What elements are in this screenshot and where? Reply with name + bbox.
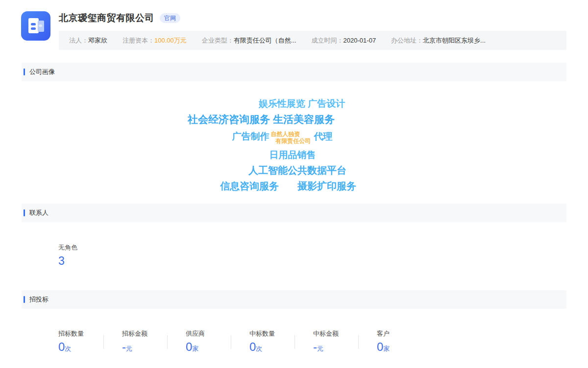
stat-bid-count: 招标数量 0次 bbox=[58, 329, 103, 353]
section-company-profile: 公司画像 娱乐性展览 广告设计 社会经济咨询服务 生活美容服务 广告制作自然人独… bbox=[22, 63, 566, 191]
info-founded-date: 成立时间：2020-01-07 bbox=[312, 36, 376, 45]
stat-bid-amount: 招标金额 -元 bbox=[122, 329, 167, 353]
contact-role-label: 无角色 bbox=[58, 243, 566, 252]
cloud-tag: 代理 bbox=[314, 131, 333, 141]
cloud-tag: 摄影扩印服务 bbox=[297, 181, 356, 191]
word-cloud-line: 社会经济咨询服务 生活美容服务 bbox=[0, 114, 534, 124]
cloud-tag-small-group: 自然人独资有限责任公司 bbox=[271, 131, 311, 145]
cloud-tag: 日用品销售 bbox=[270, 150, 316, 160]
company-info-bar: 法人：邓家欣 注册资本：100.00万元 企业类型：有限责任公司（自然... 成… bbox=[59, 31, 566, 50]
word-cloud-line: 娱乐性展览 广告设计 bbox=[29, 99, 574, 108]
section-accent-bar bbox=[24, 69, 25, 75]
stat-won-count: 中标数量 0次 bbox=[249, 329, 294, 353]
cloud-tag: 有限责任公司 bbox=[276, 138, 311, 144]
cloud-tag: 自然人独资 bbox=[271, 131, 311, 138]
stat-customers: 客户 0家 bbox=[377, 329, 422, 353]
word-cloud-line: 信息咨询服务摄影扩印服务 bbox=[16, 181, 561, 191]
section-contacts: 联系人 无角色 3 bbox=[22, 204, 566, 268]
section-title: 招投标 bbox=[29, 295, 49, 304]
contact-role-count[interactable]: 3 bbox=[58, 254, 566, 268]
cloud-tag: 娱乐性展览 广告设计 bbox=[259, 98, 345, 109]
word-cloud-line: 日用品销售 bbox=[20, 150, 565, 160]
section-accent-bar bbox=[24, 209, 25, 216]
stat-divider bbox=[103, 335, 104, 349]
contact-role-stat: 无角色 3 bbox=[22, 243, 566, 268]
stat-won-amount: 中标金额 -元 bbox=[313, 329, 358, 353]
company-logo bbox=[21, 11, 50, 41]
cloud-tag: 广告制作 bbox=[232, 131, 270, 141]
cloud-tag: 人工智能公共数据平台 bbox=[248, 165, 346, 176]
cloud-tag: 社会经济咨询服务 生活美容服务 bbox=[188, 114, 335, 125]
section-header-bidding: 招投标 bbox=[22, 290, 566, 309]
section-accent-bar bbox=[24, 296, 25, 303]
official-site-badge[interactable]: 官网 bbox=[160, 13, 180, 23]
bidding-stats-row: 招标数量 0次 招标金额 -元 供应商 0家 中标数量 0次 中标金额 -元 客… bbox=[22, 329, 566, 353]
stat-divider bbox=[294, 335, 295, 349]
word-cloud-line: 人工智能公共数据平台 bbox=[25, 165, 570, 175]
company-name: 北京瑷玺商贸有限公司 bbox=[59, 12, 154, 24]
stat-divider bbox=[358, 335, 359, 349]
cloud-tag: 信息咨询服务 bbox=[220, 181, 279, 191]
section-title: 联系人 bbox=[29, 208, 49, 217]
section-title: 公司画像 bbox=[29, 68, 55, 76]
stat-suppliers: 供应商 0家 bbox=[186, 329, 231, 353]
section-header-contacts: 联系人 bbox=[22, 204, 566, 222]
company-word-cloud: 娱乐性展览 广告设计 社会经济咨询服务 生活美容服务 广告制作自然人独资有限责任… bbox=[22, 99, 566, 191]
info-office-address: 办公地址：北京市朝阳区东坝乡... bbox=[391, 36, 486, 45]
info-legal-person: 法人：邓家欣 bbox=[69, 36, 107, 45]
stat-divider bbox=[231, 335, 231, 349]
section-header-profile: 公司画像 bbox=[22, 63, 566, 81]
company-header: 北京瑷玺商贸有限公司 官网 法人：邓家欣 注册资本：100.00万元 企业类型：… bbox=[0, 0, 588, 50]
section-bidding: 招投标 招标数量 0次 招标金额 -元 供应商 0家 中标数量 0次 中标金额 … bbox=[22, 290, 566, 353]
word-cloud-line: 广告制作自然人独资有限责任公司代理 bbox=[10, 130, 555, 144]
info-registered-capital: 注册资本：100.00万元 bbox=[122, 36, 187, 45]
stat-divider bbox=[167, 335, 168, 349]
info-company-type: 企业类型：有限责任公司（自然... bbox=[202, 36, 296, 45]
